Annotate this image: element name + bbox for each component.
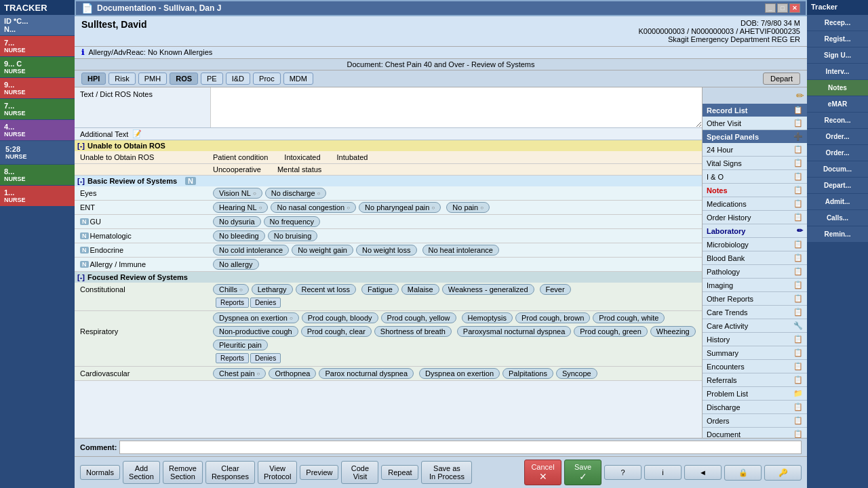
- sidebar-nurse-5[interactable]: 4...NURSE: [0, 120, 75, 141]
- panel-encounters[interactable]: Encounters 📋: [703, 360, 807, 373]
- no-cold-pill[interactable]: No cold intolerance: [213, 245, 289, 256]
- no-pharyngeal-pill[interactable]: No pharyngeal pain ○: [359, 202, 441, 213]
- help-button[interactable]: ?: [604, 465, 642, 480]
- prod-cough-clear-pill[interactable]: Prod cough, clear: [301, 326, 372, 337]
- code-visit-button[interactable]: CodeVisit: [341, 461, 378, 484]
- weakness-pill[interactable]: Weakness - generalized: [442, 284, 534, 295]
- cancel-button[interactable]: Cancel ✕: [524, 460, 561, 485]
- respiratory-denies-button[interactable]: Denies: [250, 353, 281, 363]
- normals-button[interactable]: Normals: [80, 465, 120, 480]
- panel-problem-list[interactable]: Problem List 📁: [703, 387, 807, 401]
- nav-risk[interactable]: Risk: [108, 73, 135, 85]
- recent-wt-pill[interactable]: Recent wt loss: [296, 284, 357, 295]
- repeat-button[interactable]: Repeat: [381, 465, 418, 480]
- no-dysuria-pill[interactable]: No dysuria: [213, 216, 261, 227]
- dyspnea-exertion-pill[interactable]: Dyspnea on exertion ○: [213, 312, 299, 323]
- panel-pathology[interactable]: Pathology 📋: [703, 265, 807, 279]
- prod-cough-yellow-pill[interactable]: Prod cough, yellow: [381, 312, 456, 323]
- panel-iando[interactable]: I & O 📋: [703, 170, 807, 184]
- right-recep[interactable]: Recep...: [807, 15, 868, 31]
- pencil-icon[interactable]: ✏: [796, 90, 804, 101]
- right-remin[interactable]: Remin...: [807, 226, 868, 243]
- unable-section-header[interactable]: [-] Unable to Obtain ROS: [75, 140, 702, 151]
- no-weight-gain-pill[interactable]: No weight gain: [292, 245, 353, 256]
- nav-hpi[interactable]: HPI: [81, 73, 106, 85]
- no-pain-pill[interactable]: No pain ○: [446, 202, 490, 213]
- nav-pmh[interactable]: PMH: [138, 73, 167, 85]
- wheezing-pill[interactable]: Wheezing: [650, 326, 696, 337]
- clear-responses-button[interactable]: ClearResponses: [205, 461, 255, 484]
- panel-vital-signs[interactable]: Vital Signs 📋: [703, 157, 807, 170]
- right-notes[interactable]: Notes: [807, 80, 868, 96]
- no-heat-pill[interactable]: No heat intolerance: [422, 245, 499, 256]
- constitutional-denies-button[interactable]: Denies: [250, 298, 281, 308]
- nav-mdm[interactable]: MDM: [283, 73, 313, 85]
- panel-discharge[interactable]: Discharge 📋: [703, 401, 807, 414]
- right-order1[interactable]: Order...: [807, 129, 868, 145]
- orthopnea-pill[interactable]: Orthopnea: [269, 368, 316, 379]
- prod-cough-bloody-pill[interactable]: Prod cough, bloody: [302, 312, 378, 323]
- preview-button[interactable]: Preview: [300, 465, 338, 480]
- no-nasal-pill[interactable]: No nasal congestion ○: [271, 202, 356, 213]
- panel-microbiology[interactable]: Microbiology 📋: [703, 238, 807, 251]
- panel-summary[interactable]: Summary 📋: [703, 346, 807, 360]
- prod-cough-brown-pill[interactable]: Prod cough, brown: [515, 312, 590, 323]
- hearing-nl-pill[interactable]: Hearing NL ○: [213, 202, 268, 213]
- prod-cough-green-pill[interactable]: Prod cough, green: [574, 326, 648, 337]
- no-weight-loss-pill[interactable]: No weight loss: [356, 245, 417, 256]
- maximize-button[interactable]: □: [777, 3, 788, 13]
- fever-pill[interactable]: Fever: [540, 284, 571, 295]
- panel-24hour[interactable]: 24 Hour 📋: [703, 143, 807, 157]
- sidebar-id[interactable]: ID *C... N...: [0, 15, 75, 36]
- right-emar[interactable]: eMAR: [807, 96, 868, 113]
- sidebar-nurse-2[interactable]: 9... CNURSE: [0, 57, 75, 78]
- hemoptysis-pill[interactable]: Hemoptysis: [462, 312, 513, 323]
- right-interv[interactable]: Interv...: [807, 64, 868, 80]
- remove-section-button[interactable]: RemoveSection: [163, 461, 203, 484]
- close-button[interactable]: ✕: [789, 3, 800, 13]
- other-visit-item[interactable]: Other Visit 📋: [703, 117, 807, 130]
- fatigue-pill[interactable]: Fatigue: [361, 284, 399, 295]
- additional-text-icon[interactable]: 📝: [132, 129, 142, 138]
- non-prod-cough-pill[interactable]: Non-productive cough: [213, 326, 298, 337]
- right-docum[interactable]: Docum...: [807, 161, 868, 178]
- cardio-dyspnea-pill[interactable]: Dyspnea on exertion: [419, 368, 500, 379]
- nav-proc[interactable]: Proc: [253, 73, 281, 85]
- panel-notes[interactable]: Notes 📋: [703, 184, 807, 197]
- vision-nl-pill[interactable]: Vision NL ○: [213, 188, 262, 199]
- constitutional-reports-button[interactable]: Reports: [216, 298, 249, 308]
- back-button[interactable]: ◄: [684, 465, 722, 480]
- right-order2[interactable]: Order...: [807, 145, 868, 161]
- depart-button[interactable]: Depart: [763, 73, 800, 85]
- info-button[interactable]: i: [644, 465, 682, 480]
- palpitations-pill[interactable]: Palpitations: [502, 368, 553, 379]
- save-as-process-button[interactable]: Save asIn Process: [421, 461, 472, 484]
- no-frequency-pill[interactable]: No frequency: [264, 216, 320, 227]
- prod-cough-white-pill[interactable]: Prod cough, white: [593, 312, 665, 323]
- respiratory-reports-button[interactable]: Reports: [216, 353, 249, 363]
- right-recon[interactable]: Recon...: [807, 113, 868, 129]
- sidebar-nurse-6[interactable]: 8...NURSE: [0, 165, 75, 186]
- sob-pill[interactable]: Shortness of breath: [374, 326, 452, 337]
- parox-nocturnal-pill[interactable]: Parox nocturnal dyspnea: [319, 368, 414, 379]
- text-dict-input[interactable]: [210, 87, 702, 127]
- special-panels-header[interactable]: Special Panels ➕: [703, 130, 807, 143]
- panel-referrals[interactable]: Referrals 📋: [703, 373, 807, 387]
- chest-pain-pill[interactable]: Chest pain ○: [213, 368, 266, 379]
- nav-pe[interactable]: PE: [201, 73, 223, 85]
- no-discharge-pill[interactable]: No discharge ○: [265, 188, 327, 199]
- key-button[interactable]: 🔑: [764, 465, 802, 481]
- panel-document[interactable]: Document 📋: [703, 428, 807, 438]
- right-regist[interactable]: Regist...: [807, 31, 868, 47]
- save-button[interactable]: Save ✓: [564, 460, 601, 485]
- right-depart[interactable]: Depart...: [807, 178, 868, 194]
- sidebar-nurse-7[interactable]: 1...NURSE: [0, 186, 75, 207]
- chills-pill[interactable]: Chills ○: [213, 284, 249, 295]
- nav-iand[interactable]: I&D: [226, 73, 250, 85]
- add-section-button[interactable]: AddSection: [123, 461, 160, 484]
- pleuritic-pill[interactable]: Pleuritic pain: [213, 340, 268, 350]
- comment-input[interactable]: [119, 441, 802, 454]
- nav-ros[interactable]: ROS: [170, 73, 198, 85]
- right-calls[interactable]: Calls...: [807, 210, 868, 226]
- panel-imaging[interactable]: Imaging 📋: [703, 279, 807, 292]
